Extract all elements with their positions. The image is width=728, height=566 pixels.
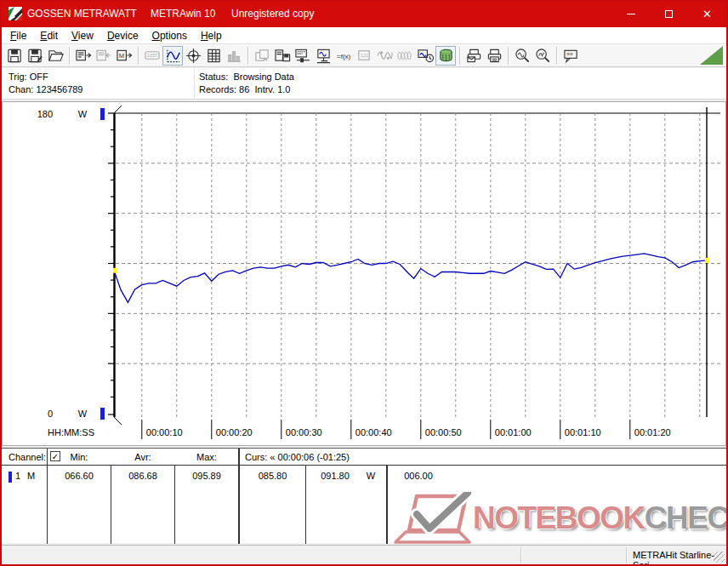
- cursor2-unit: W: [362, 471, 379, 481]
- zoom-amplitude-icon[interactable]: [532, 46, 553, 66]
- comment-icon[interactable]: »»: [560, 46, 581, 66]
- power-trace: [114, 254, 707, 302]
- online-monitor-icon[interactable]: [313, 46, 333, 66]
- status-label: Status:: [199, 71, 228, 82]
- chan-label: Chan:: [9, 84, 33, 94]
- delta-value: 006.00: [389, 471, 448, 481]
- y-axis-max-label: 180: [37, 109, 53, 119]
- toolbar-separator: [247, 47, 248, 65]
- waveform-icon: [374, 46, 395, 66]
- intrv-label: Intrv.: [254, 84, 275, 94]
- print-report-icon[interactable]: [464, 46, 484, 66]
- channel-mode: M: [27, 471, 35, 481]
- trig-value: OFF: [30, 71, 48, 82]
- numeric-display-icon: 1257: [142, 46, 162, 66]
- cursor-view-icon[interactable]: [183, 46, 203, 66]
- svg-text:=f(x): =f(x): [336, 52, 350, 60]
- x-tick-label: 00:00:10: [146, 427, 183, 437]
- svg-text:1257: 1257: [146, 53, 157, 58]
- device-settings-icon[interactable]: [293, 46, 313, 66]
- toolbar: M1257=f(x)121»»: [0, 44, 728, 67]
- save-icon[interactable]: [4, 46, 25, 66]
- device-memory-icon[interactable]: M: [114, 46, 134, 66]
- min-header: Min:: [49, 452, 109, 462]
- menu-help[interactable]: Help: [194, 28, 229, 43]
- x-tick-label: 00:01:20: [634, 427, 671, 437]
- device-read-icon[interactable]: [73, 46, 94, 66]
- cursor1-value: 085.80: [242, 471, 304, 481]
- histogram-view-icon: [224, 46, 244, 66]
- device-panel-icon: 121: [354, 46, 374, 66]
- minimize-button[interactable]: [611, 0, 650, 27]
- connected-device: METRAHit Starline-Seri: [633, 550, 726, 566]
- channel-header: Channel:: [9, 452, 46, 462]
- channel-marker-top: [100, 108, 105, 120]
- cursor-header: Curs: « 00:00:06 (-01:25): [245, 452, 350, 462]
- svg-text:M: M: [118, 51, 123, 59]
- cursor-1-flag-bottom: [114, 417, 122, 425]
- zoom-time-icon[interactable]: [512, 46, 532, 66]
- toolbar-separator: [69, 47, 70, 65]
- status-value: Browsing Data: [233, 71, 294, 82]
- title-app: METRAwin 10: [151, 8, 215, 20]
- title-vendor: GOSSEN METRAWATT: [27, 8, 137, 20]
- menu-edit[interactable]: Edit: [33, 28, 65, 43]
- x-tick-label: 00:00:40: [355, 427, 392, 437]
- save-to-device-icon[interactable]: [272, 46, 293, 66]
- intrv-value: 1.0: [277, 84, 290, 94]
- resize-grip[interactable]: [714, 552, 725, 563]
- save-as-icon[interactable]: [25, 46, 45, 66]
- status-bar: METRAHit Starline-Seri: [2, 545, 726, 564]
- y-axis-unit-bottom: W: [78, 409, 88, 419]
- y-axis-min-label: 0: [48, 409, 53, 419]
- record-timer-icon[interactable]: [415, 46, 435, 66]
- table-divider: [47, 449, 48, 544]
- x-axis-format-label: HH:MM:SS: [48, 427, 94, 437]
- avr-header: Avr:: [113, 452, 173, 462]
- toolbar-separator: [508, 47, 509, 65]
- formula-icon[interactable]: =f(x): [333, 46, 354, 66]
- menu-device[interactable]: Device: [100, 28, 145, 43]
- x-tick-label: 00:00:30: [286, 427, 322, 437]
- svg-text:»»: »»: [566, 51, 573, 57]
- menu-bar: File Edit View Device Options Help: [0, 27, 728, 44]
- toolbar-separator: [459, 47, 460, 65]
- measurement-table: Channel: ✓ Min: Avr: Max: Curs: « 00:00:…: [2, 448, 726, 543]
- cursor-1-flag-top: [114, 106, 122, 113]
- print-icon[interactable]: [484, 46, 504, 66]
- toolbar-separator: [138, 47, 139, 65]
- close-button[interactable]: ✕: [688, 0, 726, 27]
- x-tick-label: 00:00:20: [216, 427, 253, 437]
- toolbar-separator: [556, 47, 557, 65]
- data-logger-icon[interactable]: [435, 46, 456, 66]
- title-license: Unregistered copy: [231, 8, 314, 20]
- menu-view[interactable]: View: [65, 28, 100, 43]
- open-file-icon[interactable]: [45, 46, 65, 66]
- records-value: 86: [239, 84, 249, 94]
- minimize-icon: [627, 14, 635, 14]
- x-tick-label: 00:00:50: [425, 427, 462, 437]
- chart-plot[interactable]: 00:00:1000:00:2000:00:3000:00:4000:00:50…: [0, 101, 728, 446]
- graph-view-icon[interactable]: [162, 46, 183, 66]
- channel-number: 1: [15, 471, 20, 481]
- menu-options[interactable]: Options: [145, 28, 194, 43]
- maximize-button[interactable]: [650, 0, 688, 27]
- close-icon: ✕: [702, 8, 712, 20]
- y-axis-unit-top: W: [78, 109, 88, 119]
- chan-value: 123456789: [36, 84, 82, 94]
- min-value: 066.60: [49, 471, 109, 481]
- menu-file[interactable]: File: [3, 28, 33, 43]
- table-divider: [174, 465, 175, 544]
- envelope-icon: [395, 46, 415, 66]
- app-logo-icon: [9, 7, 22, 20]
- max-value: 095.89: [177, 471, 236, 481]
- channel-marker-bottom: [100, 408, 105, 420]
- table-divider: [238, 449, 240, 544]
- trig-label: Trig:: [9, 71, 27, 82]
- device-write-icon: [94, 46, 114, 66]
- max-header: Max:: [177, 452, 236, 462]
- info-panel: Trig: OFF Chan: 123456789 Status: Browsi…: [2, 68, 726, 100]
- table-view-icon[interactable]: [203, 46, 224, 66]
- table-divider: [386, 465, 388, 544]
- maximize-icon: [665, 10, 673, 18]
